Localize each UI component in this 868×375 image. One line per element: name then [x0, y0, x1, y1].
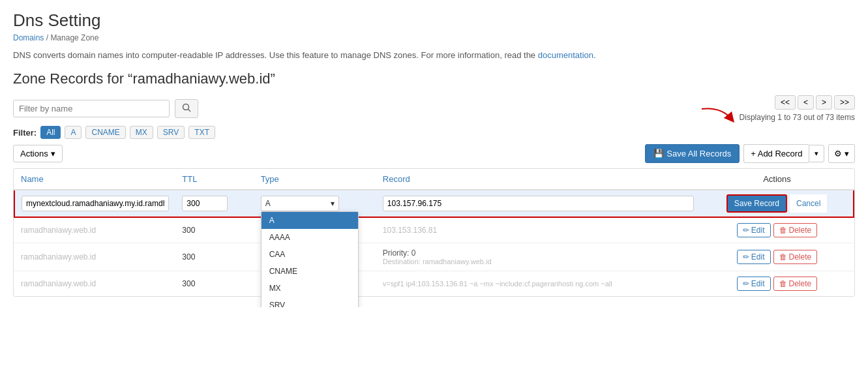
table-row: ramadhaniawy.web.id 300 Priority: 0 Dest… [14, 243, 854, 271]
type-select-display[interactable]: A ▾ [261, 196, 339, 211]
row-record: Priority: 0 Destination: ramadhaniawy.we… [376, 243, 700, 271]
description-text: DNS converts domain names into computer-… [13, 50, 855, 60]
edit-ttl-cell [175, 190, 254, 217]
table-container: Name TTL Type Record Actions A [13, 168, 855, 297]
zone-title: Zone Records for “ramadhaniawy.web.id” [13, 70, 855, 87]
add-record-button[interactable]: + Add Record [743, 144, 809, 163]
filter-all[interactable]: All [40, 126, 61, 139]
breadcrumb-current: Manage Zone [50, 33, 98, 42]
type-option-srv[interactable]: SRV [262, 297, 358, 307]
search-input[interactable] [13, 100, 170, 117]
ttl-input[interactable] [182, 196, 228, 211]
edit-actions: Save Record Cancel [707, 194, 846, 213]
save-record-button[interactable]: Save Record [726, 194, 787, 213]
row-ttl: 300 [175, 243, 254, 271]
pencil-icon: ✏ [743, 252, 749, 262]
toolbar-right: 💾 Save All Records + Add Record ▾ ⚙ ▾ [645, 144, 855, 163]
svg-point-0 [183, 104, 189, 110]
display-info: Displaying 1 to 73 out of 73 items [740, 113, 855, 122]
type-option-mx[interactable]: MX [262, 280, 358, 297]
pencil-icon: ✏ [743, 279, 749, 288]
row-action-cell: ✏ Edit 🗑 Delete [707, 223, 847, 237]
pagination-next[interactable]: > [816, 95, 832, 110]
dns-table: Name TTL Type Record Actions A [14, 169, 854, 296]
row-name: ramadhaniawy.web.id [14, 243, 175, 271]
row-record: v=spf1 ip4:103.153.136.81 ~a ~mx ~includ… [376, 271, 700, 297]
edit-button[interactable]: ✏ Edit [737, 277, 771, 291]
table-row-edit: A ▾ A AAAA CAA CNAME MX SRV TXT [14, 190, 854, 217]
row-action-cell: ✏ Edit 🗑 Delete [707, 277, 847, 291]
row-name: ramadhaniawy.web.id [14, 217, 175, 243]
search-button[interactable] [175, 99, 198, 118]
name-input[interactable] [22, 196, 169, 211]
table-row: ramadhaniawy.web.id 300 v=spf1 ip4:103.1… [14, 271, 854, 297]
gear-icon: ⚙ [834, 149, 842, 158]
filter-mx[interactable]: MX [130, 126, 153, 139]
row-ttl: 300 [175, 271, 254, 297]
save-icon: 💾 [653, 149, 664, 158]
pencil-icon: ✏ [743, 226, 749, 235]
row-record: 103.153.136.81 [376, 217, 700, 243]
chevron-down-icon: ▾ [331, 199, 335, 208]
row-ttl: 300 [175, 217, 254, 243]
gear-button[interactable]: ⚙ ▾ [828, 144, 855, 163]
col-ttl: TTL [175, 169, 254, 190]
row-action-cell: ✏ Edit 🗑 Delete [707, 250, 847, 264]
trash-icon: 🗑 [779, 252, 787, 262]
edit-actions-cell: Save Record Cancel [700, 190, 854, 217]
filter-srv[interactable]: SRV [157, 126, 185, 139]
delete-button[interactable]: 🗑 Delete [773, 250, 818, 264]
breadcrumb: Domains / Manage Zone [13, 33, 855, 42]
save-all-button[interactable]: 💾 Save All Records [645, 144, 740, 163]
add-record-group: + Add Record ▾ [743, 144, 824, 163]
col-record: Record [376, 169, 700, 190]
breadcrumb-parent[interactable]: Domains [13, 33, 44, 42]
filter-a[interactable]: A [65, 126, 82, 139]
filter-cname[interactable]: CNAME [85, 126, 125, 139]
search-icon [182, 103, 191, 112]
pagination-last[interactable]: >> [834, 95, 855, 110]
type-dropdown-menu: A AAAA CAA CNAME MX SRV TXT [261, 211, 359, 307]
caret-down-icon: ▾ [51, 149, 55, 158]
table-row: ramadhaniawy.web.id 300 103.153.136.81 ✏… [14, 217, 854, 243]
gear-caret: ▾ [845, 149, 849, 158]
edit-button[interactable]: ✏ Edit [737, 250, 771, 264]
record-input[interactable] [383, 196, 694, 211]
type-selected-value: A [265, 199, 271, 208]
edit-type-cell: A ▾ A AAAA CAA CNAME MX SRV TXT [254, 190, 376, 217]
filter-txt[interactable]: TXT [188, 126, 215, 139]
add-record-caret[interactable]: ▾ [809, 145, 824, 162]
type-option-aaaa[interactable]: AAAA [262, 229, 358, 246]
row-name: ramadhaniawy.web.id [14, 271, 175, 297]
type-option-cname[interactable]: CNAME [262, 263, 358, 280]
delete-button[interactable]: 🗑 Delete [773, 277, 818, 291]
row-actions: ✏ Edit 🗑 Delete [700, 271, 854, 297]
col-type: Type [254, 169, 376, 190]
delete-button[interactable]: 🗑 Delete [773, 223, 818, 237]
cancel-button[interactable]: Cancel [790, 194, 827, 213]
col-name: Name [14, 169, 175, 190]
type-option-caa[interactable]: CAA [262, 246, 358, 263]
red-arrow-icon [695, 106, 734, 128]
trash-icon: 🗑 [779, 226, 787, 235]
pagination-prev[interactable]: < [798, 95, 814, 110]
priority-text: Priority: 0 [383, 248, 694, 258]
documentation-link[interactable]: documentation [538, 50, 593, 60]
edit-name-cell [14, 190, 175, 217]
edit-record-cell [376, 190, 700, 217]
edit-button[interactable]: ✏ Edit [737, 223, 771, 237]
toolbar-row: Actions ▾ 💾 Save All Records + Add Recor… [13, 144, 855, 163]
row-actions: ✏ Edit 🗑 Delete [700, 243, 854, 271]
destination-text: Destination: ramadhaniawy.web.id [383, 258, 694, 265]
svg-line-1 [188, 110, 191, 112]
type-option-a[interactable]: A [262, 212, 358, 229]
row-actions: ✏ Edit 🗑 Delete [700, 217, 854, 243]
actions-button[interactable]: Actions ▾ [13, 145, 63, 162]
filter-label: Filter: [13, 128, 37, 138]
type-dropdown[interactable]: A ▾ A AAAA CAA CNAME MX SRV TXT [261, 196, 339, 211]
col-actions: Actions [700, 169, 854, 190]
page-title: Dns Setting [13, 10, 855, 31]
pagination-first[interactable]: << [775, 95, 796, 110]
trash-icon: 🗑 [779, 279, 787, 288]
